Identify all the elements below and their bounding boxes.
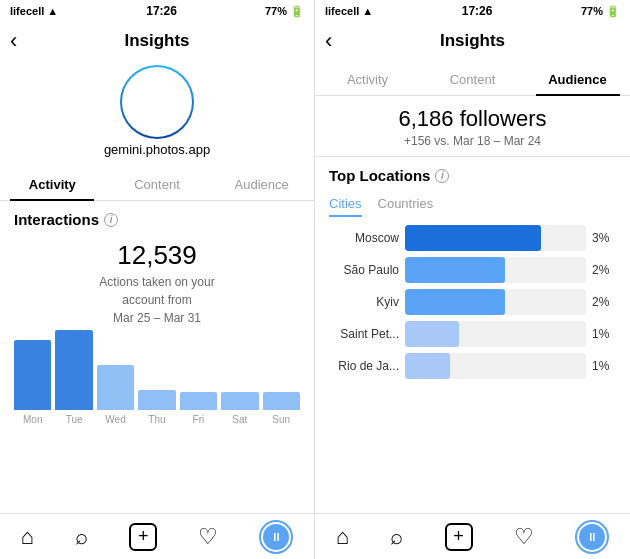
back-button-left[interactable]: ‹ [10,30,17,52]
location-name: Rio de Ja... [329,359,399,373]
page-title-right: Insights [440,31,505,51]
home-icon-right[interactable]: ⌂ [336,524,349,550]
location-row: Kyiv2% [329,289,616,315]
carrier-left: lifecell [10,5,44,17]
location-row: Saint Pet...1% [329,321,616,347]
followers-section: 6,186 followers +156 vs. Mar 18 – Mar 24 [315,96,630,157]
location-bar-fill [405,353,450,379]
bar-fill-tue [55,330,92,410]
profile-circle-left: II [259,520,293,554]
battery-left: 77% [265,5,287,17]
locations-subtabs: Cities Countries [315,188,630,221]
top-locations-header: Top Locations i [315,157,630,188]
profile-inner-left: II [263,524,289,550]
location-bar-wrap [405,289,586,315]
followers-change: +156 vs. Mar 18 – Mar 24 [329,134,616,148]
battery-right: 77% [581,5,603,17]
interactions-desc: Actions taken on youraccount fromMar 25 … [14,273,300,327]
location-bar-fill [405,225,541,251]
stats-block: 12,539 Actions taken on youraccount from… [0,232,314,335]
bar-fill-thu [138,390,175,410]
bar-fill-sat [221,392,258,410]
location-bar-wrap [405,225,586,251]
status-bar-right: lifecell ▲ 17:26 77% 🔋 [315,0,630,22]
info-icon-interactions: i [104,213,118,227]
gemini-symbol: II [151,89,163,115]
bar-label-mon: Mon [23,414,42,425]
bottom-nav-right: ⌂ ⌕ + ♡ II [315,513,630,559]
location-bar-wrap [405,257,586,283]
search-icon-left[interactable]: ⌕ [75,524,88,550]
location-percent: 2% [592,263,616,277]
profile-username: gemini.photos.app [104,142,210,157]
location-bar-wrap [405,353,586,379]
tab-content-left[interactable]: Content [105,169,210,200]
add-icon-right[interactable]: + [445,523,473,551]
location-bar-fill [405,289,505,315]
add-icon-left[interactable]: + [129,523,157,551]
location-bar-fill [405,321,459,347]
bar-label-sun: Sun [272,414,290,425]
bar-label-wed: Wed [105,414,125,425]
location-name: Saint Pet... [329,327,399,341]
chart-bar-sun: Sun [263,392,300,425]
cities-tab[interactable]: Cities [329,196,362,217]
bar-label-tue: Tue [66,414,83,425]
status-right: 77% 🔋 [265,5,304,18]
bar-label-thu: Thu [148,414,165,425]
tab-audience-left[interactable]: Audience [209,169,314,200]
profile-icon-left[interactable]: II [259,520,293,554]
profile-icon-right[interactable]: II [575,520,609,554]
battery-icon-left: 🔋 [290,5,304,18]
nav-header-right: ‹ Insights [315,22,630,60]
location-name: Moscow [329,231,399,245]
location-row: Moscow3% [329,225,616,251]
status-left: lifecell ▲ [10,5,58,17]
countries-tab[interactable]: Countries [378,196,434,217]
left-panel: lifecell ▲ 17:26 77% 🔋 ‹ Insights II gem… [0,0,315,559]
chart-bar-tue: Tue [55,330,92,425]
location-bar-fill [405,257,505,283]
bar-fill-fri [180,392,217,410]
tab-audience-right[interactable]: Audience [525,64,630,95]
bar-fill-wed [97,365,134,410]
status-left-r: lifecell ▲ [325,5,373,17]
bar-label-sat: Sat [232,414,247,425]
tab-content-right[interactable]: Content [420,64,525,95]
wifi-icon-right: ▲ [362,5,373,17]
profile-inner-right: II [579,524,605,550]
chart-bar-sat: Sat [221,392,258,425]
location-percent: 3% [592,231,616,245]
tab-activity-left[interactable]: Activity [0,169,105,200]
location-percent: 1% [592,359,616,373]
bar-fill-sun [263,392,300,410]
chart-bar-mon: Mon [14,340,51,425]
profile-circle-right: II [575,520,609,554]
time-right: 17:26 [462,4,493,18]
location-name: São Paulo [329,263,399,277]
location-row: São Paulo2% [329,257,616,283]
location-name: Kyiv [329,295,399,309]
tab-activity-right[interactable]: Activity [315,64,420,95]
location-rows: Moscow3%São Paulo2%Kyiv2%Saint Pet...1%R… [315,221,630,383]
nav-header-left: ‹ Insights [0,22,314,60]
search-icon-right[interactable]: ⌕ [390,524,403,550]
tabs-left: Activity Content Audience [0,169,314,201]
status-right-r: 77% 🔋 [581,5,620,18]
heart-icon-right[interactable]: ♡ [514,524,534,550]
location-row: Rio de Ja...1% [329,353,616,379]
back-button-right[interactable]: ‹ [325,30,332,52]
avatar: II [125,70,189,134]
battery-icon-right: 🔋 [606,5,620,18]
home-icon-left[interactable]: ⌂ [21,524,34,550]
bottom-nav-left: ⌂ ⌕ + ♡ II [0,513,314,559]
interactions-chart: MonTueWedThuFriSatSun [0,335,314,425]
interactions-header: Interactions i [0,201,314,232]
carrier-right: lifecell [325,5,359,17]
profile-section: II gemini.photos.app [0,60,314,165]
right-panel: lifecell ▲ 17:26 77% 🔋 ‹ Insights Activi… [315,0,630,559]
location-percent: 1% [592,327,616,341]
heart-icon-left[interactable]: ♡ [198,524,218,550]
location-bar-wrap [405,321,586,347]
chart-bar-thu: Thu [138,390,175,425]
